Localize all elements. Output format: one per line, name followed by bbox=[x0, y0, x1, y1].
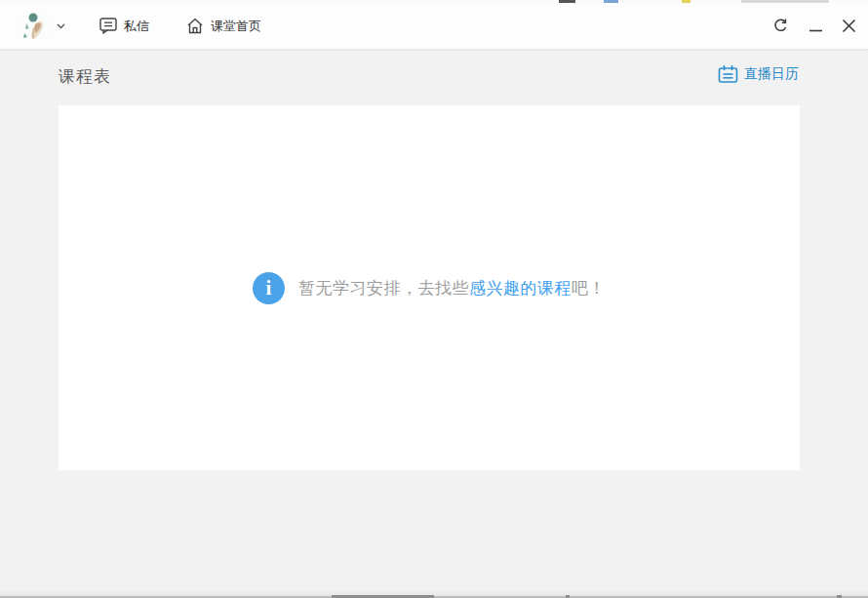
window-toolbar: 私信 课堂首页 bbox=[0, 3, 868, 50]
edge-artifact bbox=[682, 0, 690, 3]
messages-button[interactable]: 私信 bbox=[99, 3, 149, 49]
calendar-icon bbox=[718, 64, 738, 84]
classroom-home-button[interactable]: 课堂首页 bbox=[186, 3, 261, 49]
page-title: 课程表 bbox=[59, 65, 111, 88]
live-calendar-label: 直播日历 bbox=[744, 65, 799, 83]
edge-artifact bbox=[604, 0, 618, 3]
refresh-button[interactable] bbox=[764, 3, 797, 49]
home-icon bbox=[186, 18, 204, 34]
empty-text-suffix: 吧！ bbox=[572, 279, 606, 298]
window-controls bbox=[764, 3, 868, 49]
chevron-down-icon[interactable] bbox=[57, 23, 65, 29]
avatar[interactable] bbox=[20, 12, 50, 41]
live-calendar-link[interactable]: 直播日历 bbox=[718, 64, 799, 84]
app-window: 私信 课堂首页 bbox=[0, 0, 868, 598]
bottom-window-edge bbox=[0, 589, 868, 598]
page-header: 课程表 直播日历 bbox=[0, 51, 868, 105]
user-account-menu[interactable] bbox=[20, 10, 65, 43]
close-button[interactable] bbox=[832, 3, 865, 49]
messages-label: 私信 bbox=[124, 18, 149, 35]
background-window-edge bbox=[0, 0, 868, 3]
schedule-panel: i 暂无学习安排，去找些感兴趣的课程吧！ bbox=[59, 105, 800, 470]
home-label: 课堂首页 bbox=[211, 18, 261, 35]
edge-artifact bbox=[559, 0, 575, 3]
chat-bubble-icon bbox=[99, 18, 117, 34]
empty-state-message: 暂无学习安排，去找些感兴趣的课程吧！ bbox=[298, 277, 606, 299]
interesting-courses-link[interactable]: 感兴趣的课程 bbox=[469, 279, 572, 298]
edge-artifact bbox=[741, 0, 829, 3]
empty-state: i 暂无学习安排，去找些感兴趣的课程吧！ bbox=[253, 272, 606, 304]
info-icon: i bbox=[253, 272, 285, 304]
empty-text-prefix: 暂无学习安排，去找些 bbox=[298, 279, 469, 298]
minimize-button[interactable] bbox=[799, 3, 832, 49]
